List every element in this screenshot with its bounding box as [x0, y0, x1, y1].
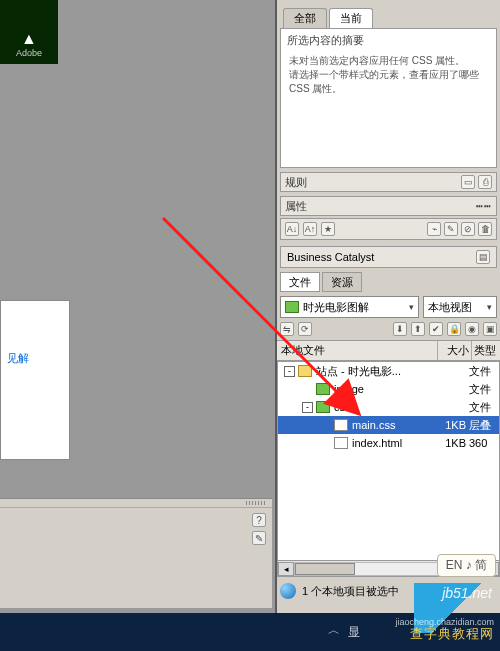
folder-icon	[285, 301, 299, 313]
business-catalyst-title: Business Catalyst	[287, 251, 374, 263]
chevron-down-icon: ▾	[487, 302, 492, 312]
file-tree[interactable]: -站点 - 时光电影...文件image文件-css文件main.css1KB层…	[277, 361, 500, 561]
file-icon	[334, 419, 348, 431]
scroll-thumb[interactable]	[295, 563, 355, 575]
folder-icon	[316, 383, 330, 395]
cascade-icon[interactable]: ▭	[461, 175, 475, 189]
pencil-icon[interactable]: ✎	[252, 531, 266, 545]
file-type: 文件	[469, 400, 499, 415]
file-name: css	[334, 401, 435, 413]
scroll-left-button[interactable]: ◂	[278, 562, 294, 576]
css-summary-title: 所选内容的摘要	[281, 29, 496, 52]
rules-bar: 规则 ▭ ⎙	[280, 172, 497, 192]
trash-icon[interactable]: 🗑	[478, 222, 492, 236]
tray-chevron-icon[interactable]: ︿	[328, 622, 340, 639]
tab-files[interactable]: 文件	[280, 272, 320, 292]
tree-row[interactable]: index.html1KB360	[278, 434, 499, 452]
chevron-down-icon: ▾	[409, 302, 414, 312]
tab-all[interactable]: 全部	[283, 8, 327, 28]
file-name: image	[334, 383, 435, 395]
file-type: 文件	[469, 382, 499, 397]
adobe-splash: ▲ Adobe	[0, 0, 58, 64]
connect-icon[interactable]: ⇋	[280, 322, 294, 336]
file-type: 文件	[469, 364, 499, 379]
file-size: 1KB	[435, 419, 469, 431]
new-rule-icon[interactable]: ✎	[444, 222, 458, 236]
sort-az-icon[interactable]: A↓	[285, 222, 299, 236]
left-panel: 见解	[0, 300, 70, 460]
site-combo[interactable]: 时光电影图解 ▾	[280, 296, 419, 318]
css-summary-body: 未对当前选定内容应用任何 CSS 属性。 请选择一个带样式的元素，查看应用了哪些…	[281, 52, 496, 98]
bottom-panel: ? ✎	[0, 498, 272, 608]
tab-assets[interactable]: 资源	[322, 272, 362, 292]
tree-row[interactable]: -站点 - 时光电影...文件	[278, 362, 499, 380]
folderY-icon	[298, 365, 312, 377]
properties-label: 属性	[285, 199, 307, 214]
col-size[interactable]: 大小	[438, 341, 472, 360]
disable-icon[interactable]: ⊘	[461, 222, 475, 236]
ime-language-pill[interactable]: EN ♪ 简	[437, 554, 496, 577]
tree-row[interactable]: image文件	[278, 380, 499, 398]
tab-current[interactable]: 当前	[329, 8, 373, 28]
properties-header: 属性 ┅┅	[280, 196, 497, 216]
adobe-logo-icon: ▲	[21, 30, 37, 48]
file-icon	[334, 437, 348, 449]
insight-link[interactable]: 见解	[7, 351, 63, 366]
rules-label: 规则	[285, 175, 307, 190]
view-combo[interactable]: 本地视图 ▾	[423, 296, 497, 318]
attach-icon[interactable]: ⌁	[427, 222, 441, 236]
watermark-text: 查字典教程网	[410, 625, 494, 643]
file-type: 层叠	[469, 418, 499, 433]
panel-grip[interactable]	[0, 499, 272, 508]
status-text: 1 个本地项目被选中	[302, 584, 399, 599]
business-catalyst-panel[interactable]: Business Catalyst ▤	[280, 246, 497, 268]
adobe-label: Adobe	[16, 48, 42, 58]
folder-icon	[316, 401, 330, 413]
category-icon[interactable]: ★	[321, 222, 335, 236]
link-icon[interactable]: ⎙	[478, 175, 492, 189]
tree-row[interactable]: main.css1KB层叠	[278, 416, 499, 434]
css-summary-panel: 所选内容的摘要 未对当前选定内容应用任何 CSS 属性。 请选择一个带样式的元素…	[280, 28, 497, 168]
tray-label: 显	[348, 624, 360, 641]
file-name: index.html	[352, 437, 435, 449]
sort-za-icon[interactable]: A↑	[303, 222, 317, 236]
expand-icon[interactable]: ▣	[483, 322, 497, 336]
sync-icon[interactable]: ◉	[465, 322, 479, 336]
checkin-icon[interactable]: 🔒	[447, 322, 461, 336]
panel-grip-icon[interactable]: ┅┅	[476, 200, 492, 213]
put-icon[interactable]: ⬆	[411, 322, 425, 336]
css-tabstrip: 全部 当前	[277, 0, 500, 28]
refresh-icon[interactable]: ⟳	[298, 322, 312, 336]
checkout-icon[interactable]: ✔	[429, 322, 443, 336]
files-column-header: 本地文件 大小 类型	[277, 340, 500, 361]
files-tabstrip: 文件 资源	[280, 272, 497, 292]
file-name: main.css	[352, 419, 435, 431]
col-name[interactable]: 本地文件	[277, 341, 438, 360]
view-combo-label: 本地视图	[428, 300, 472, 315]
help-icon[interactable]: ?	[252, 513, 266, 527]
file-size: 1KB	[435, 437, 469, 449]
files-toolbar: ⇋ ⟳ ⬇ ⬆ ✔ 🔒 ◉ ▣	[280, 322, 497, 336]
file-name: 站点 - 时光电影...	[316, 364, 435, 379]
expand-toggle[interactable]: -	[302, 402, 313, 413]
file-type: 360	[469, 437, 499, 449]
tree-row[interactable]: -css文件	[278, 398, 499, 416]
properties-toolbar: A↓ A↑ ★ ⌁ ✎ ⊘ 🗑	[280, 218, 497, 240]
watermark-site: jb51.net	[442, 585, 492, 601]
expand-toggle[interactable]: -	[284, 366, 295, 377]
site-combo-label: 时光电影图解	[303, 300, 369, 315]
get-icon[interactable]: ⬇	[393, 322, 407, 336]
col-type[interactable]: 类型	[472, 341, 500, 360]
panel-menu-icon[interactable]: ▤	[476, 250, 490, 264]
globe-icon	[280, 583, 296, 599]
